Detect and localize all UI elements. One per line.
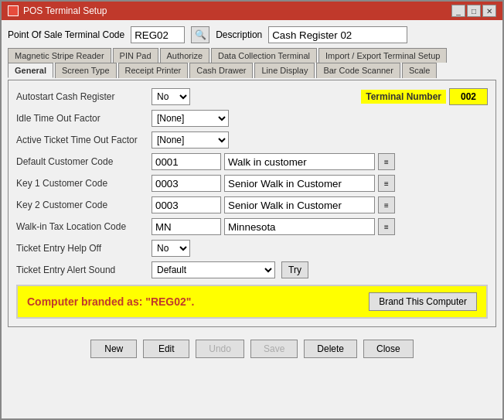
tab-general[interactable]: General [8, 63, 53, 78]
default-customer-control: ≡ [152, 153, 395, 170]
walkin-tax-control: ≡ [152, 218, 395, 235]
idle-timeout-select[interactable]: [None] [152, 110, 229, 127]
window-controls: _ □ ✕ [451, 5, 496, 17]
default-customer-list-button[interactable]: ≡ [378, 153, 395, 170]
pos-code-label: Point Of Sale Terminal Code [8, 29, 124, 40]
tab-bar-row2: General Screen Type Receipt Printer Cash… [8, 63, 496, 78]
minimize-button[interactable]: _ [451, 5, 465, 17]
key1-customer-label: Key 1 Customer Code [16, 178, 152, 189]
tab-scale[interactable]: Scale [402, 63, 438, 78]
terminal-number-label: Terminal Number [361, 90, 446, 104]
save-button[interactable]: Save [250, 340, 298, 358]
key2-customer-label: Key 2 Customer Code [16, 200, 152, 210]
pos-code-search-button[interactable]: 🔍 [191, 26, 209, 43]
tab-importexport[interactable]: Import / Export Terminal Setup [318, 48, 447, 63]
key2-customer-name-input[interactable] [224, 196, 375, 213]
walkin-tax-code-input[interactable] [152, 218, 221, 235]
tab-datacollection[interactable]: Data Collection Terminal [211, 48, 317, 63]
header-row: Point Of Sale Terminal Code 🔍 Descriptio… [8, 26, 496, 43]
ticket-alert-select[interactable]: Default [152, 261, 275, 278]
walkin-tax-row: Walk-in Tax Location Code ≡ [16, 218, 488, 235]
undo-button[interactable]: Undo [196, 340, 244, 358]
brand-bar: Computer branded as: "REG02". Brand This… [16, 285, 488, 319]
active-ticket-label: Active Ticket Time Out Factor [16, 135, 152, 145]
key1-customer-row: Key 1 Customer Code ≡ [16, 175, 488, 192]
bottom-button-bar: New Edit Undo Save Delete Close [8, 335, 496, 363]
main-window: POS Terminal Setup _ □ ✕ Point Of Sale T… [0, 0, 504, 420]
ticket-alert-label: Ticket Entry Alert Sound [16, 265, 152, 275]
ticket-help-select[interactable]: No Yes [152, 240, 190, 257]
idle-timeout-label: Idle Time Out Factor [16, 113, 152, 124]
edit-button[interactable]: Edit [143, 340, 189, 358]
description-input[interactable] [268, 26, 407, 43]
ticket-alert-control: Default Try [152, 261, 308, 278]
brand-text: Computer branded as: "REG02". [27, 295, 194, 308]
autostart-select[interactable]: No Yes [152, 88, 190, 105]
pos-code-input[interactable] [131, 26, 185, 43]
close-button[interactable]: ✕ [482, 5, 496, 17]
autostart-label: Autostart Cash Register [16, 91, 152, 102]
key1-customer-name-input[interactable] [224, 175, 375, 192]
key1-customer-control: ≡ [152, 175, 395, 192]
key1-customer-code-input[interactable] [152, 175, 221, 192]
key2-customer-control: ≡ [152, 196, 395, 213]
new-button[interactable]: New [90, 340, 137, 358]
key1-customer-list-button[interactable]: ≡ [378, 175, 395, 192]
tab-magnetic[interactable]: Magnetic Stripe Reader [8, 48, 111, 63]
delete-button[interactable]: Delete [304, 340, 357, 358]
active-ticket-row: Active Ticket Time Out Factor [None] [16, 131, 488, 149]
tab-receiptprinter[interactable]: Receipt Printer [118, 63, 189, 78]
tab-bar-row1: Magnetic Stripe Reader PIN Pad Authorize… [8, 48, 496, 63]
tab-content-general: Autostart Cash Register No Yes Terminal … [8, 80, 496, 327]
brand-this-computer-button[interactable]: Brand This Computer [369, 292, 477, 311]
walkin-tax-name-input[interactable] [224, 218, 375, 235]
ticket-help-row: Ticket Entry Help Off No Yes [16, 240, 488, 257]
autostart-row: Autostart Cash Register No Yes Terminal … [16, 88, 488, 105]
walkin-tax-list-button[interactable]: ≡ [378, 218, 395, 235]
ticket-alert-row: Ticket Entry Alert Sound Default Try [16, 261, 488, 278]
active-ticket-select[interactable]: [None] [152, 131, 229, 149]
tab-authorize[interactable]: Authorize [160, 48, 209, 63]
key2-customer-code-input[interactable] [152, 196, 221, 213]
walkin-tax-label: Walk-in Tax Location Code [16, 221, 152, 232]
tab-linedisplay[interactable]: Line Display [254, 63, 315, 78]
key2-customer-list-button[interactable]: ≡ [378, 196, 395, 213]
window-title: POS Terminal Setup [23, 5, 107, 16]
ticket-help-label: Ticket Entry Help Off [16, 243, 152, 254]
idle-timeout-control: [None] [152, 110, 229, 127]
tab-pin[interactable]: PIN Pad [113, 48, 158, 63]
close-button[interactable]: Close [363, 340, 414, 358]
description-label: Description [216, 29, 262, 40]
maximize-button[interactable]: □ [467, 5, 481, 17]
default-customer-label: Default Customer Code [16, 156, 152, 167]
tab-screentype[interactable]: Screen Type [55, 63, 117, 78]
autostart-control: No Yes [152, 88, 190, 105]
ticket-help-control: No Yes [152, 240, 190, 257]
idle-timeout-row: Idle Time Out Factor [None] [16, 110, 488, 127]
default-customer-code-input[interactable] [152, 153, 221, 170]
tab-cashdrawer[interactable]: Cash Drawer [189, 63, 253, 78]
default-customer-row: Default Customer Code ≡ [16, 153, 488, 170]
title-bar: POS Terminal Setup _ □ ✕ [2, 2, 502, 20]
try-button[interactable]: Try [281, 261, 308, 278]
default-customer-name-input[interactable] [224, 153, 375, 170]
key2-customer-row: Key 2 Customer Code ≡ [16, 196, 488, 213]
active-ticket-control: [None] [152, 131, 229, 149]
app-icon [8, 5, 19, 16]
terminal-number-container: Terminal Number [361, 88, 488, 105]
tab-barcodescanner[interactable]: Bar Code Scanner [316, 63, 400, 78]
terminal-number-input[interactable] [449, 88, 488, 105]
